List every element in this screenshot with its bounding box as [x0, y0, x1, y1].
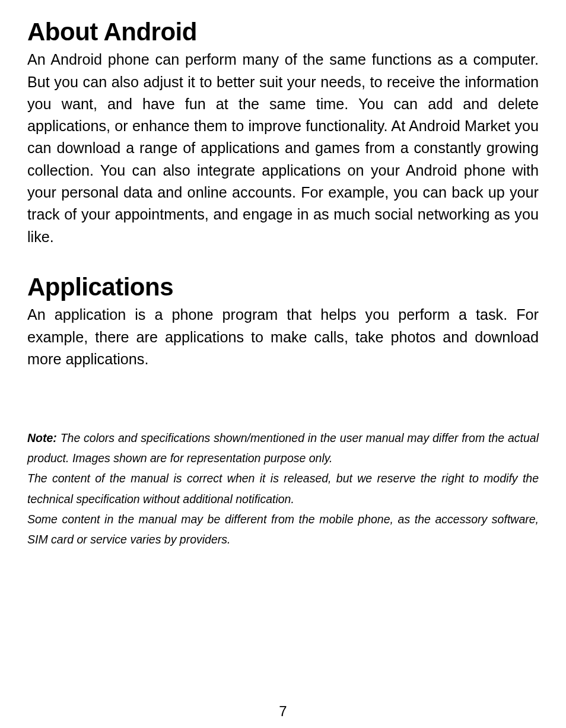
section-gap — [27, 262, 539, 273]
note-line-2: The content of the manual is correct whe… — [27, 468, 539, 508]
heading-about-android: About Android — [27, 18, 539, 46]
heading-applications: Applications — [27, 273, 539, 301]
document-page: About Android An Android phone can perfo… — [0, 0, 566, 728]
note-block: Note: The colors and specifications show… — [27, 428, 539, 549]
paragraph-about-android: An Android phone can perform many of the… — [27, 49, 539, 248]
paragraph-applications: An application is a phone program that h… — [27, 304, 539, 370]
note-line-3: Some content in the manual may be differ… — [27, 509, 539, 549]
note-label: Note: — [27, 431, 57, 444]
note-text-1: The colors and specifications shown/ment… — [27, 431, 539, 465]
note-line-1: Note: The colors and specifications show… — [27, 428, 539, 468]
page-number: 7 — [0, 703, 566, 720]
